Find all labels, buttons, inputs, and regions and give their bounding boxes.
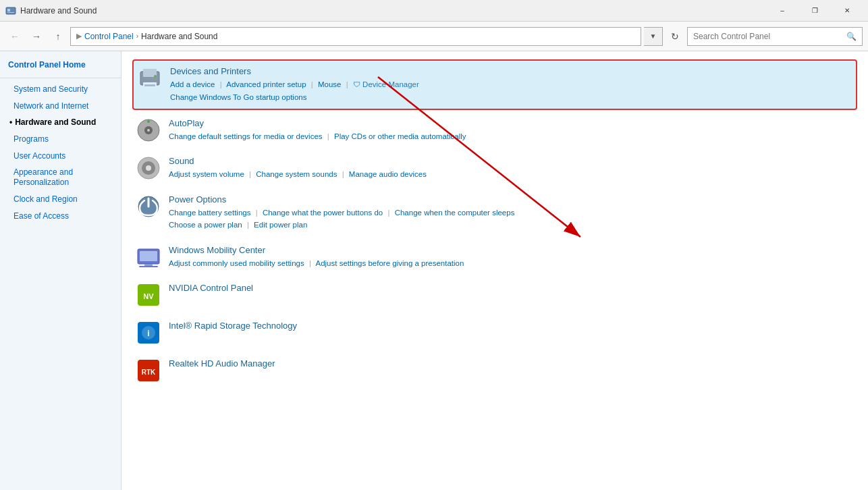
title-bar: Hardware and Sound – ❐ ✕ [0,0,868,22]
change-sounds-link[interactable]: Change system sounds [256,170,337,178]
title-bar-controls: – ❐ ✕ [767,0,863,22]
forward-button[interactable]: → [27,27,46,46]
sidebar-divider [0,78,121,78]
nvidia-content: NVIDIA Control Panel [169,283,853,295]
intel-title[interactable]: Intel® Rapid Storage Technology [169,321,853,331]
breadcrumb: Control Panel › Hardware and Sound [84,32,217,41]
window-title: Hardware and Sound [20,6,97,16]
section-realtek: RTK Realtek HD Audio Manager [132,353,857,388]
svg-rect-21 [139,266,158,267]
breadcrumb-control-panel[interactable]: Control Panel [84,32,134,41]
svg-text:i: i [147,329,149,338]
section-power-options: Power Options Change battery settings | … [132,189,857,237]
content-area: Devices and Printers Add a device | Adva… [121,51,868,490]
change-battery-link[interactable]: Change battery settings [169,209,250,217]
svg-rect-2 [7,12,14,13]
up-button[interactable]: ↑ [49,27,67,46]
mouse-link[interactable]: Mouse [318,80,342,88]
svg-text:NV: NV [143,292,154,300]
svg-rect-20 [144,264,153,266]
change-default-settings-link[interactable]: Change default settings for media or dev… [169,132,323,140]
sidebar-home[interactable]: Control Panel Home [0,57,121,74]
devices-printers-content: Devices and Printers Add a device | Adva… [170,66,852,103]
devices-printers-title[interactable]: Devices and Printers [170,66,852,76]
maximize-button[interactable]: ❐ [799,0,830,22]
refresh-button[interactable]: ↻ [666,27,684,46]
main-layout: Control Panel Home System and Security N… [0,51,868,490]
mobility-center-title[interactable]: Windows Mobility Center [169,245,853,255]
autoplay-title[interactable]: AutoPlay [169,118,853,128]
mobility-settings-link[interactable]: Adjust commonly used mobility settings [169,259,304,267]
autoplay-icon [136,118,161,142]
devices-printers-links: Add a device | Advanced printer setup | … [170,78,852,91]
power-buttons-link[interactable]: Change what the power buttons do [263,209,383,217]
title-bar-left: Hardware and Sound [5,5,97,16]
sidebar-item-system-security[interactable]: System and Security [0,81,121,98]
realtek-icon: RTK [136,358,161,383]
power-options-content: Power Options Change battery settings | … [169,194,853,232]
intel-icon: i [136,321,161,345]
section-devices-printers: Devices and Printers Add a device | Adva… [132,59,857,110]
choose-power-plan-link[interactable]: Choose a power plan [169,221,242,229]
realtek-content: Realtek HD Audio Manager [169,358,853,371]
realtek-title[interactable]: Realtek HD Audio Manager [169,358,853,369]
search-box[interactable]: 🔍 [687,27,863,46]
section-sound: Sound Adjust system volume | Change syst… [132,151,857,186]
sidebar-item-hardware-sound[interactable]: Hardware and Sound [0,114,121,131]
address-field[interactable]: ▶ Control Panel › Hardware and Sound [70,27,641,46]
shield-icon-inline: 🛡 [353,80,360,88]
window-icon [5,5,16,16]
power-options-title[interactable]: Power Options [169,194,853,205]
mobility-links: Adjust commonly used mobility settings |… [169,257,853,269]
sound-content: Sound Adjust system volume | Change syst… [169,156,853,180]
address-dropdown-button[interactable]: ▼ [644,27,663,46]
add-device-link[interactable]: Add a device [170,80,215,88]
windows-to-go-link[interactable]: Change Windows To Go startup options [170,93,306,101]
nvidia-title[interactable]: NVIDIA Control Panel [169,283,853,293]
svg-text:RTK: RTK [142,369,156,376]
computer-sleeps-link[interactable]: Change when the computer sleeps [395,209,515,217]
search-icon: 🔍 [846,32,857,41]
mobility-icon [136,245,161,269]
mobility-center-content: Windows Mobility Center Adjust commonly … [169,245,853,269]
presentation-settings-link[interactable]: Adjust settings before giving a presenta… [315,259,464,267]
breadcrumb-hardware-sound: Hardware and Sound [141,32,217,41]
svg-rect-9 [144,84,155,86]
power-icon [136,194,161,219]
sidebar-item-programs[interactable]: Programs [0,131,121,148]
svg-rect-19 [140,251,157,261]
section-nvidia: NV NVIDIA Control Panel [132,277,857,312]
svg-point-8 [154,75,157,78]
play-cds-link[interactable]: Play CDs or other media automatically [334,132,466,140]
minimize-button[interactable]: – [767,0,798,22]
close-button[interactable]: ✕ [832,0,863,22]
sidebar-item-appearance[interactable]: Appearance andPersonalization [0,165,121,191]
manage-audio-link[interactable]: Manage audio devices [349,170,427,178]
sidebar-item-ease-access[interactable]: Ease of Access [0,208,121,225]
section-autoplay: AutoPlay Change default settings for med… [132,113,857,148]
sound-icon [136,156,161,180]
sidebar: Control Panel Home System and Security N… [0,51,121,490]
advanced-printer-link[interactable]: Advanced printer setup [226,80,306,88]
search-input[interactable] [693,32,844,41]
devices-printers-sublinks: Change Windows To Go startup options [170,91,852,103]
sidebar-item-network-internet[interactable]: Network and Internet [0,98,121,115]
svg-rect-1 [7,9,10,11]
sound-title[interactable]: Sound [169,156,853,166]
edit-power-plan-link[interactable]: Edit power plan [254,221,307,229]
sidebar-item-user-accounts[interactable]: User Accounts [0,148,121,165]
adjust-volume-link[interactable]: Adjust system volume [169,170,244,178]
section-intel-rst: i Intel® Rapid Storage Technology [132,315,857,350]
address-icon: ▶ [76,32,82,40]
power-options-links: Change battery settings | Change what th… [169,207,853,219]
device-manager-link[interactable]: Device Manager [362,80,419,88]
devices-printers-icon [138,66,162,90]
autoplay-content: AutoPlay Change default settings for med… [169,118,853,142]
svg-point-12 [147,129,150,132]
sidebar-item-clock-region[interactable]: Clock and Region [0,191,121,208]
intel-content: Intel® Rapid Storage Technology [169,321,853,333]
autoplay-links: Change default settings for media or dev… [169,130,853,142]
nvidia-icon: NV [136,283,161,307]
back-button[interactable]: ← [5,27,24,46]
section-mobility-center: Windows Mobility Center Adjust commonly … [132,240,857,275]
